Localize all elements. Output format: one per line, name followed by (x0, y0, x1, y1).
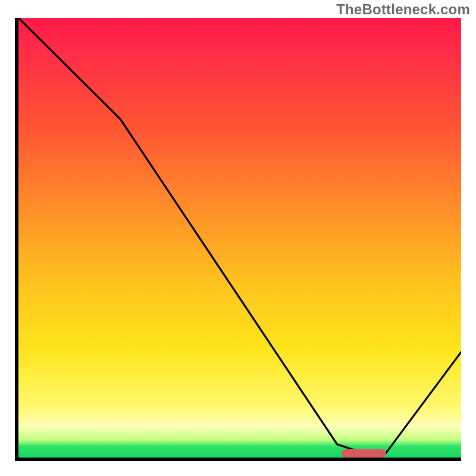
optimal-range-marker (342, 449, 386, 458)
bottleneck-curve-path (18, 18, 461, 453)
chart-container: TheBottleneck.com (0, 0, 476, 476)
watermark-text: TheBottleneck.com (336, 1, 470, 18)
plot-area (15, 18, 461, 461)
curve-layer (18, 18, 461, 458)
